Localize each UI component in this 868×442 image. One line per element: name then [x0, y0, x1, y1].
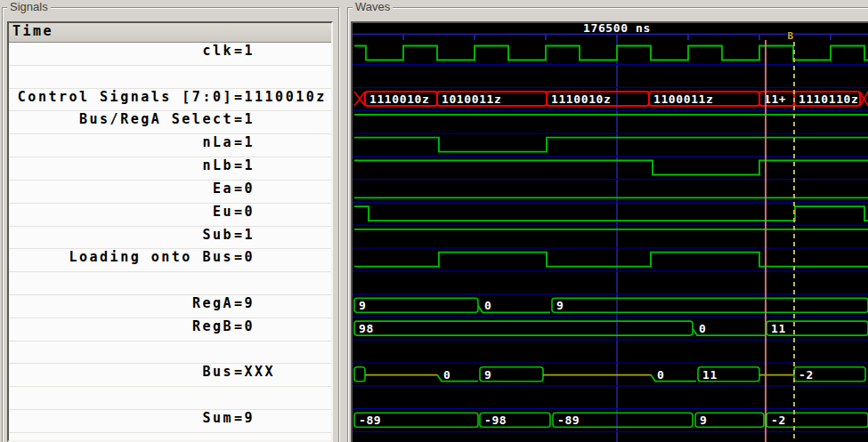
bus-value-label: 1110010z	[551, 92, 611, 106]
signal-value: =1	[234, 134, 255, 150]
signal-name: Eu	[9, 204, 233, 220]
named-marker-b-label: B	[787, 30, 793, 42]
signal-row[interactable]: RegA=9	[9, 295, 331, 318]
bus-value-label: 0	[657, 368, 664, 382]
waves-panel-label: Waves	[353, 0, 393, 13]
signal-row[interactable]: nLb=1	[9, 157, 331, 181]
waveform-viewer-window: Signals Time clk=1Control Signals [7:0]=…	[0, 0, 868, 442]
signal-value: =1	[234, 227, 255, 243]
signal-name: Sub	[9, 227, 233, 243]
signal-row[interactable]: nLa=1	[9, 134, 331, 157]
bus-value-label: 1110010z	[369, 92, 429, 106]
bus-value-label: 1110110z	[799, 92, 858, 106]
signal-row[interactable]: Bus/RegA Select=1	[9, 111, 331, 134]
signal-value: =0	[234, 181, 255, 197]
signal-name: Bus/RegA Select	[9, 111, 233, 127]
signal-row[interactable]	[9, 66, 331, 89]
signal-row[interactable]: Sum=9	[9, 410, 331, 433]
bus-value-label: 11+	[764, 92, 786, 106]
signal-name: Loading onto Bus	[9, 249, 233, 265]
bus-value-label: 0	[699, 322, 706, 335]
signal-name: Control Signals [7:0]	[9, 89, 233, 105]
signal-name: RegA	[9, 295, 233, 311]
signal-row[interactable]: Bus=XXX	[9, 364, 331, 387]
signal-value: =1110010z	[234, 89, 327, 105]
bus-value-label: -2	[799, 368, 814, 382]
signal-value: =1	[234, 111, 255, 127]
bus-value-label: 9	[556, 299, 564, 312]
signal-row[interactable]: Sub=1	[9, 227, 331, 250]
signal-value: =9	[234, 410, 255, 426]
signal-name: clk	[9, 43, 233, 59]
bus-value-label: 11	[771, 322, 786, 335]
signals-list[interactable]: Time clk=1Control Signals [7:0]=1110010z…	[7, 21, 333, 442]
bus-value-label: 9	[359, 299, 366, 312]
signal-name: nLb	[9, 157, 233, 173]
signal-row[interactable]	[9, 272, 331, 295]
signal-value: =0	[234, 249, 255, 265]
bus-value-label: -89	[557, 414, 580, 427]
bus-value-label: 98	[359, 322, 374, 335]
bus-value-label: 1100011z	[653, 92, 713, 106]
bus-value-label: -89	[359, 414, 381, 427]
signal-value: =9	[234, 295, 255, 311]
signal-row[interactable]: Eu=0	[9, 204, 331, 227]
signal-row[interactable]	[9, 387, 331, 410]
signal-name: Bus	[9, 364, 233, 380]
signal-value: =1	[234, 43, 255, 59]
signal-value: =0	[234, 318, 255, 334]
bus-value-label: 0	[484, 299, 491, 312]
signal-row[interactable]	[9, 342, 331, 365]
bus-value-label: -98	[484, 414, 507, 427]
bus-value-label: 9	[700, 414, 707, 427]
signal-value: =XXX	[234, 364, 275, 380]
signals-panel-label: Signals	[7, 0, 51, 13]
bus-value-label: 1010011z	[442, 92, 501, 106]
time-header: Time	[9, 23, 331, 43]
bus-value-label: 11	[702, 368, 718, 382]
signal-row[interactable]: RegB=0	[9, 318, 331, 342]
bus-value-label: 9	[484, 368, 491, 382]
signal-value: =0	[234, 204, 255, 220]
signal-row[interactable]: clk=1	[9, 43, 331, 66]
bus-value-label: -2	[771, 414, 786, 427]
signal-rows-container: clk=1Control Signals [7:0]=1110010zBus/R…	[9, 43, 331, 433]
signal-row[interactable]: Ea=0	[9, 181, 331, 204]
signal-value: =1	[234, 157, 255, 173]
signal-row[interactable]: Control Signals [7:0]=1110010z	[9, 89, 331, 112]
signal-name: Ea	[9, 181, 233, 197]
wave-canvas[interactable]: 1110010z1010011z1110010z1100011z11+11101…	[351, 21, 868, 442]
signal-name: RegB	[9, 318, 233, 334]
signal-row[interactable]: Loading onto Bus=0	[9, 249, 331, 272]
signal-name: Sum	[9, 410, 233, 426]
signal-name: nLa	[9, 134, 233, 150]
time-readout: 176500 ns	[583, 23, 651, 35]
wave-svg[interactable]: 1110010z1010011z1110010z1100011z11+11101…	[353, 23, 868, 442]
wave-background	[353, 23, 868, 442]
bus-value-label: 0	[443, 368, 450, 382]
